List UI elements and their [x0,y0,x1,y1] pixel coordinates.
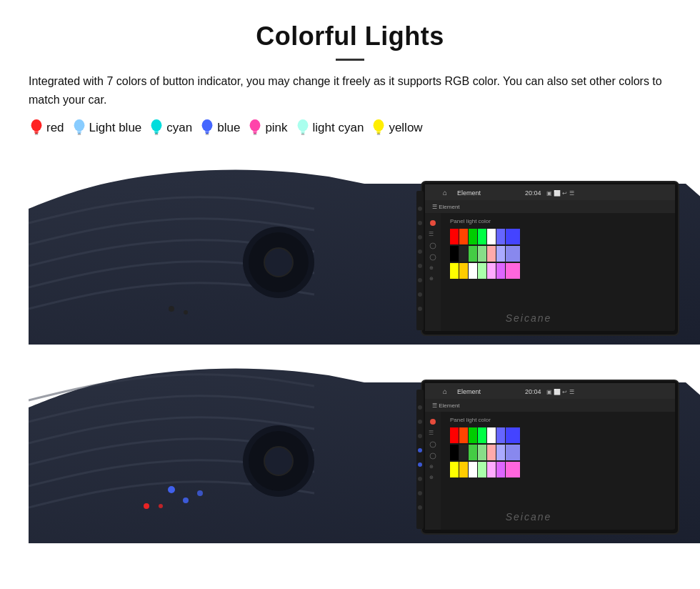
svg-rect-110 [469,427,477,443]
svg-rect-64 [459,263,468,279]
color-label-light-blue: Light blue [89,121,142,135]
svg-text:Element: Element [457,189,481,197]
svg-rect-111 [478,427,486,443]
svg-rect-10 [155,133,158,134]
svg-text:☰  Element: ☰ Element [432,204,460,210]
svg-point-31 [264,248,293,277]
color-item-light-cyan: light cyan [295,119,364,137]
svg-rect-124 [469,462,477,477]
svg-rect-122 [450,462,459,477]
svg-point-0 [31,119,42,132]
svg-point-137 [418,491,422,495]
svg-rect-108 [450,427,459,443]
title-section: Colorful Lights [29,21,671,61]
svg-rect-39 [425,200,675,213]
svg-rect-14 [206,133,209,134]
svg-rect-2 [35,133,38,134]
svg-rect-52 [478,229,486,244]
svg-point-101 [430,419,436,425]
svg-rect-54 [496,229,505,244]
svg-text:⊕: ⊕ [429,464,434,469]
svg-point-73 [418,221,422,225]
svg-point-78 [418,292,422,297]
color-label-blue: blue [217,121,240,135]
color-label-red: red [46,121,64,135]
svg-rect-126 [487,462,496,477]
svg-point-136 [418,477,422,481]
svg-rect-125 [478,462,486,477]
svg-point-80 [169,306,174,312]
svg-point-20 [297,119,308,132]
svg-rect-117 [469,445,477,460]
svg-rect-22 [301,133,304,134]
svg-rect-49 [450,229,459,244]
page-title: Colorful Lights [29,21,671,51]
svg-rect-58 [469,246,477,262]
svg-rect-116 [459,445,468,460]
car-image-bottom: ⌂ Element 20:04 ▣ ⬜ ↩ ☰ ☰ Element ☰ ⊕ ⊕ … [29,350,700,543]
svg-point-75 [418,249,422,254]
svg-point-132 [418,420,422,424]
pink-bulb-icon [247,119,263,137]
svg-text:☰  Element: ☰ Element [432,402,460,409]
svg-point-90 [159,504,163,508]
svg-rect-114 [506,427,520,443]
svg-text:▣ ⬜ ↩ ☰: ▣ ⬜ ↩ ☰ [546,388,574,395]
svg-rect-127 [496,462,505,477]
svg-rect-11 [155,134,159,135]
svg-rect-120 [496,445,505,460]
color-item-yellow: yellow [371,119,422,137]
color-item-light-blue: Light blue [71,119,142,137]
svg-rect-23 [301,134,304,135]
svg-point-88 [197,490,203,496]
svg-point-131 [418,405,422,410]
color-item-cyan: cyan [149,119,192,137]
svg-point-72 [418,207,422,211]
svg-rect-7 [77,134,81,135]
car-image-top: ⌂ Element 20:04 ▣ ⬜ ↩ ☰ ☰ Element ☰ ⊕ ⊕ … [29,152,700,345]
svg-rect-69 [506,263,520,279]
svg-point-89 [144,503,149,509]
svg-text:Panel light color: Panel light color [450,218,491,224]
svg-rect-27 [377,134,381,135]
svg-rect-109 [459,427,468,443]
blue-bulb-icon [199,119,215,137]
svg-text:Seicane: Seicane [506,312,552,324]
svg-text:⊕: ⊕ [429,265,434,270]
color-item-red: red [29,119,64,137]
color-label-pink: pink [265,121,287,135]
svg-rect-53 [487,229,496,244]
svg-rect-19 [254,134,257,135]
color-label-yellow: yellow [389,121,422,135]
title-divider [336,59,364,61]
svg-text:▣ ⬜ ↩ ☰: ▣ ⬜ ↩ ☰ [546,189,574,197]
color-label-light-cyan: light cyan [313,121,364,135]
page-container: Colorful Lights Integrated with 7 colors… [0,0,700,558]
svg-rect-6 [78,133,81,134]
svg-rect-63 [450,263,459,279]
svg-rect-51 [469,229,477,244]
description-text: Integrated with 7 colors of button indic… [29,72,671,109]
svg-rect-121 [506,445,520,460]
svg-point-81 [184,310,188,315]
svg-point-134 [418,448,422,452]
svg-rect-65 [469,263,477,279]
svg-point-86 [168,486,175,493]
svg-text:Element: Element [457,388,481,395]
lightcyan-bulb-icon [295,119,311,137]
svg-rect-68 [496,263,505,279]
cyan-bulb-icon [149,119,164,137]
svg-point-138 [418,505,422,510]
svg-point-133 [418,434,422,438]
svg-text:⊕: ⊕ [429,475,434,480]
svg-rect-128 [506,462,520,477]
svg-point-79 [418,307,422,311]
svg-point-135 [418,462,422,467]
car-top-svg: ⌂ Element 20:04 ▣ ⬜ ↩ ☰ ☰ Element ☰ ⊕ ⊕ … [29,152,700,345]
svg-text:☰: ☰ [429,231,434,237]
svg-point-77 [418,278,422,282]
svg-text:Seicane: Seicane [506,511,552,523]
svg-point-16 [250,119,261,132]
yellow-bulb-icon [371,119,386,137]
svg-rect-56 [450,246,459,262]
